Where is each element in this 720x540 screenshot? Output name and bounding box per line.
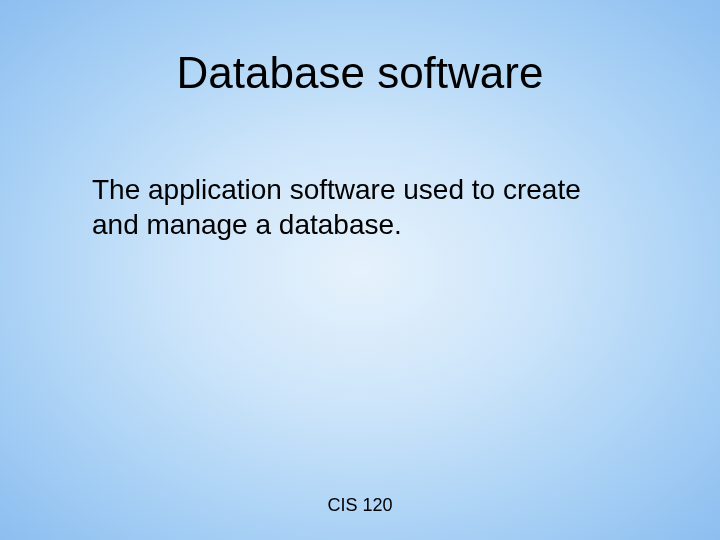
slide-body: The application software used to create … bbox=[92, 172, 628, 242]
slide: Database software The application softwa… bbox=[0, 0, 720, 540]
slide-footer: CIS 120 bbox=[0, 495, 720, 516]
slide-title: Database software bbox=[0, 48, 720, 98]
